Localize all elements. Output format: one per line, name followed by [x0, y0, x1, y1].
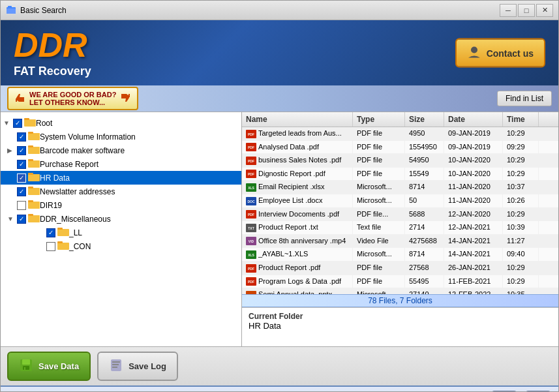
cell-date: 11-JAN-2020: [444, 194, 503, 207]
table-row[interactable]: PDF business Sales Notes .pdf PDF file 5…: [242, 154, 558, 168]
checkbox-hrdata[interactable]: ✓: [17, 173, 26, 183]
svg-text:DOC: DOC: [247, 200, 255, 204]
col-header-name: Name: [242, 112, 353, 127]
cell-type: PDF file: [353, 141, 405, 154]
tree-item-barcode[interactable]: ▶ ✓ Barcode maker software: [1, 143, 241, 157]
close-button[interactable]: ✕: [536, 4, 553, 17]
save-data-button[interactable]: Save Data: [7, 352, 91, 381]
current-folder-name: HR Data: [249, 321, 552, 331]
folder-icon: [57, 227, 69, 238]
checkbox-newslatter[interactable]: ✓: [17, 187, 26, 196]
cell-size: 8714: [405, 181, 444, 194]
svg-text:PDF: PDF: [248, 280, 254, 284]
svg-rect-6: [24, 119, 36, 127]
banner: WE ARE GOOD OR BAD? LET OTHERS KNOW... F…: [1, 85, 558, 112]
checkbox-sysvolinfo[interactable]: ✓: [17, 132, 26, 142]
cell-name: XLS _AYABL~1.XLS: [242, 248, 353, 261]
tree-item-root[interactable]: ▼ ✓ Root: [1, 116, 241, 130]
table-row[interactable]: XLS Email Recipient .xlsx Microsoft... 8…: [242, 181, 558, 194]
checkbox-con[interactable]: [46, 242, 55, 251]
tree-item-dir19[interactable]: DIR19: [1, 198, 241, 212]
cell-date: 14-JAN-2021: [444, 248, 503, 261]
tree-label-con: _CON: [69, 242, 91, 251]
cell-time: 10:29: [503, 262, 539, 275]
tree-item-hrdata[interactable]: ✓ HR Data: [1, 171, 241, 185]
table-row[interactable]: PDF Interview Docoments .pdf PDF file...…: [242, 208, 558, 222]
cell-size: 8714: [405, 248, 444, 261]
tree-item-newslatter[interactable]: ✓ Newslatter addresses: [1, 185, 241, 198]
tree-item-ddrmis[interactable]: ▼ ✓ DDR_Miscellaneous: [1, 212, 241, 226]
cell-type: Microsoft...: [353, 181, 405, 194]
svg-rect-25: [57, 241, 63, 243]
contact-button[interactable]: Contact us: [455, 38, 545, 68]
table-row[interactable]: PDF Analysed Data .pdf PDF file 1554950 …: [242, 141, 558, 155]
folder-icon: [28, 213, 40, 224]
cell-type: Text file: [353, 221, 405, 234]
svg-rect-19: [28, 200, 33, 202]
checkbox-purchase[interactable]: ✓: [17, 160, 26, 169]
table-row[interactable]: XLS _AYABL~1.XLS Microsoft... 8714 14-JA…: [242, 248, 558, 262]
cell-type: PDF file: [353, 168, 405, 181]
find-in-list-button[interactable]: Find in List: [497, 91, 552, 106]
main-content: ▼ ✓ Root ✓ System Volume Information ▶ ✓…: [1, 112, 558, 346]
tree-label-purchase: Purchase Report: [40, 160, 98, 169]
table-row[interactable]: TXT Product Report .txt Text file 2714 1…: [242, 221, 558, 235]
checkbox-root[interactable]: ✓: [13, 119, 22, 128]
svg-rect-9: [28, 132, 33, 134]
cell-type: Microsoft...: [353, 248, 405, 261]
svg-rect-55: [22, 359, 30, 365]
status-bar: i Select Files and Folders from left Pan…: [1, 385, 558, 392]
checkbox-ll[interactable]: ✓: [46, 228, 55, 237]
right-panel: Name Type Size Date Time PDF Targeted le…: [242, 112, 558, 346]
svg-rect-14: [28, 174, 40, 181]
cell-time: 10:26: [503, 194, 539, 207]
table-row[interactable]: PDF Product Report .pdf PDF file 27568 2…: [242, 262, 558, 275]
svg-rect-24: [57, 243, 69, 250]
cell-type: Video File: [353, 235, 405, 248]
checkbox-dir19[interactable]: [17, 201, 26, 210]
app-title: Basic Search: [20, 6, 500, 15]
maximize-button[interactable]: □: [518, 4, 535, 17]
table-row[interactable]: VID Office 8th anniversary .mp4 Video Fi…: [242, 235, 558, 249]
save-log-label: Save Log: [128, 361, 166, 371]
cell-time: 10:29: [503, 275, 539, 288]
svg-rect-57: [24, 367, 25, 370]
table-row[interactable]: PDF Program Logs & Data .pdf PDF file 55…: [242, 275, 558, 289]
table-row[interactable]: PPT Semi Annual data .pptx Microsoft... …: [242, 288, 558, 294]
cell-name: PDF Interview Docoments .pdf: [242, 208, 353, 221]
save-log-button[interactable]: Save Log: [97, 352, 178, 381]
contact-icon: [467, 45, 481, 61]
svg-rect-60: [112, 364, 119, 365]
checkbox-ddrmis[interactable]: ✓: [17, 215, 26, 224]
folder-icon: [28, 145, 40, 156]
svg-text:PDF: PDF: [248, 132, 254, 136]
svg-rect-13: [28, 159, 33, 161]
checkbox-barcode[interactable]: ✓: [17, 146, 26, 155]
table-row[interactable]: DOC Employee List .docx Microsoft... 50 …: [242, 194, 558, 208]
cell-time: 10:29: [503, 127, 539, 140]
current-folder: Current Folder HR Data: [242, 307, 558, 346]
file-list-body: PDF Targeted leads from Aus... PDF file …: [242, 127, 558, 294]
cell-time: 10:29: [503, 168, 539, 181]
cell-time: 09:40: [503, 248, 539, 261]
tree-item-sysvolinfo[interactable]: ✓ System Volume Information: [1, 130, 241, 143]
svg-rect-11: [28, 145, 33, 147]
svg-rect-16: [28, 188, 40, 195]
cell-size: 2714: [405, 221, 444, 234]
svg-rect-59: [112, 361, 120, 363]
cell-date: 12-FEB-2022: [444, 288, 503, 294]
col-header-size: Size: [405, 112, 444, 127]
cell-name: TXT Product Report .txt: [242, 221, 353, 234]
minimize-button[interactable]: ─: [500, 4, 517, 17]
table-row[interactable]: PDF Targeted leads from Aus... PDF file …: [242, 127, 558, 141]
tree-item-purchase[interactable]: ✓ Purchase Report: [1, 157, 241, 171]
svg-text:TXT: TXT: [248, 226, 254, 230]
cell-time: 11:27: [503, 235, 539, 248]
banner-text: WE ARE GOOD OR BAD? LET OTHERS KNOW...: [7, 87, 138, 110]
tree-item-ll[interactable]: ✓ _LL: [1, 226, 241, 239]
col-header-time: Time: [503, 112, 539, 127]
tree-label-hrdata: HR Data: [40, 173, 70, 183]
table-row[interactable]: PDF Dignostic Report .pdf PDF file 15549…: [242, 168, 558, 181]
tree-item-con[interactable]: _CON: [1, 239, 241, 253]
col-header-date: Date: [444, 112, 503, 127]
